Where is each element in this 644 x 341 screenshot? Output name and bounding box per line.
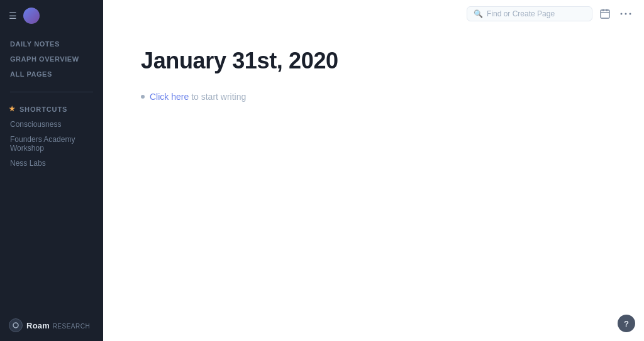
bullet-content: Click here to start writing: [150, 92, 246, 102]
sidebar-item-graph-overview[interactable]: GRAPH OVERVIEW: [0, 51, 103, 67]
topbar: 🔍 Find or Create Page: [103, 0, 644, 28]
calendar-button[interactable]: [597, 8, 613, 20]
roam-sub-text: RESEARCH: [53, 323, 91, 330]
search-icon: 🔍: [474, 9, 483, 18]
shortcuts-section: ★ SHORTCUTS Consciousness Founders Acade…: [0, 97, 103, 175]
search-bar[interactable]: 🔍 Find or Create Page: [467, 6, 592, 21]
svg-point-0: [13, 323, 18, 328]
svg-point-5: [621, 13, 623, 15]
svg-rect-1: [601, 10, 609, 18]
sidebar-footer: Roam RESEARCH: [0, 310, 103, 341]
svg-point-6: [625, 13, 627, 15]
star-icon: ★: [9, 105, 16, 113]
sidebar-nav: DAILY NOTES GRAPH OVERVIEW ALL PAGES: [0, 31, 103, 87]
calendar-icon: [600, 9, 610, 19]
avatar-image: [23, 8, 40, 24]
sidebar-item-daily-notes[interactable]: DAILY NOTES: [0, 36, 103, 51]
sidebar-divider: [10, 92, 93, 92]
shortcut-ness-labs[interactable]: Ness Labs: [0, 156, 103, 171]
svg-point-7: [630, 13, 631, 15]
page-title: January 31st, 2020: [141, 48, 606, 74]
content-area: January 31st, 2020 Click here to start w…: [103, 28, 644, 341]
more-dots-icon: [620, 13, 631, 15]
more-options-button[interactable]: [618, 11, 634, 16]
roam-icon: [9, 318, 23, 332]
avatar[interactable]: [23, 8, 40, 24]
hamburger-icon[interactable]: ☰: [9, 11, 17, 21]
help-button[interactable]: ?: [618, 315, 635, 332]
shortcut-consciousness[interactable]: Consciousness: [0, 117, 103, 132]
sidebar-item-all-pages[interactable]: ALL PAGES: [0, 67, 103, 82]
search-placeholder: Find or Create Page: [487, 9, 555, 18]
shortcut-founders-academy[interactable]: Founders Academy Workshop: [0, 132, 103, 156]
bullet-list: Click here to start writing: [141, 92, 606, 102]
roam-brand-text: Roam: [26, 321, 50, 330]
bullet-dot: [141, 95, 145, 99]
shortcuts-label: SHORTCUTS: [19, 106, 67, 113]
click-here-link[interactable]: Click here: [150, 92, 189, 102]
main-content: 🔍 Find or Create Page January 31st, 2020: [103, 0, 644, 341]
bullet-item: Click here to start writing: [141, 92, 606, 102]
roam-logo: Roam RESEARCH: [9, 318, 90, 332]
sidebar-header: ☰: [0, 0, 103, 31]
start-writing-text: to start writing: [189, 92, 246, 102]
shortcuts-header: ★ SHORTCUTS: [0, 101, 103, 117]
sidebar: ☰ DAILY NOTES GRAPH OVERVIEW ALL PAGES ★…: [0, 0, 103, 341]
